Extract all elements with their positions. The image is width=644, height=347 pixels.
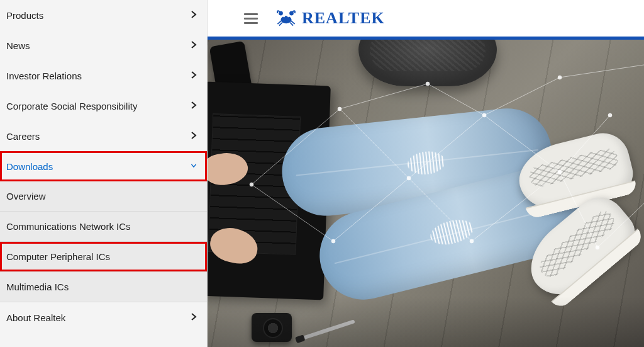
nav-label: Investor Relations bbox=[6, 71, 82, 81]
realtek-crab-icon bbox=[275, 8, 297, 29]
chevron-right-icon bbox=[191, 101, 197, 111]
chevron-down-icon bbox=[191, 161, 197, 172]
svg-point-21 bbox=[338, 107, 341, 111]
nav-item-downloads[interactable]: Downloads bbox=[0, 151, 207, 181]
nav-label: Corporate Social Responsibility bbox=[6, 101, 137, 111]
nav-subitem-communications-network-ics[interactable]: Communications Network ICs bbox=[0, 212, 207, 242]
svg-point-29 bbox=[608, 113, 612, 117]
nav-item-csr[interactable]: Corporate Social Responsibility bbox=[0, 91, 207, 121]
nav-label: Communications Network ICs bbox=[6, 221, 131, 232]
nav-label: News bbox=[6, 40, 30, 51]
brand-name: REALTEK bbox=[302, 9, 385, 28]
nav-subitem-multimedia-ics[interactable]: Multimedia ICs bbox=[0, 272, 207, 302]
chevron-right-icon bbox=[191, 312, 197, 323]
main-content: REALTEK bbox=[208, 0, 644, 347]
nav-item-about-realtek[interactable]: About Realtek bbox=[0, 302, 207, 333]
pen-prop bbox=[300, 319, 355, 341]
svg-line-7 bbox=[340, 84, 428, 109]
chevron-right-icon bbox=[191, 71, 197, 81]
nav-item-products[interactable]: Products bbox=[0, 0, 207, 30]
camera-prop bbox=[252, 313, 292, 342]
nav-label: Careers bbox=[6, 131, 40, 142]
chevron-right-icon bbox=[191, 131, 197, 142]
nav-label: Computer Peripheral ICs bbox=[6, 251, 110, 262]
svg-point-0 bbox=[281, 16, 292, 23]
svg-point-27 bbox=[558, 76, 562, 79]
nav-subitem-computer-peripheral-ics[interactable]: Computer Peripheral ICs bbox=[0, 242, 207, 272]
nav-label: Products bbox=[6, 10, 43, 21]
nav-item-news[interactable]: News bbox=[0, 30, 207, 60]
camera-pouch-prop bbox=[358, 40, 497, 86]
brand-logo[interactable]: REALTEK bbox=[275, 8, 385, 29]
top-bar: REALTEK bbox=[208, 0, 644, 37]
svg-point-3 bbox=[283, 16, 284, 17]
nav-label: Multimedia ICs bbox=[6, 282, 69, 292]
hamburger-menu-icon[interactable] bbox=[244, 11, 258, 25]
svg-point-4 bbox=[287, 16, 289, 17]
svg-line-19 bbox=[560, 65, 644, 77]
nav-label: Downloads bbox=[6, 161, 53, 172]
chevron-right-icon bbox=[191, 10, 197, 21]
sneakers-prop bbox=[498, 140, 636, 304]
nav-label: About Realtek bbox=[6, 312, 65, 323]
chevron-right-icon bbox=[191, 40, 197, 51]
sidebar-nav: Products News Investor Relations Corpora… bbox=[0, 0, 208, 347]
nav-item-investor-relations[interactable]: Investor Relations bbox=[0, 60, 207, 91]
nav-subitem-overview[interactable]: Overview bbox=[0, 181, 207, 212]
nav-item-careers[interactable]: Careers bbox=[0, 121, 207, 151]
nav-label: Overview bbox=[6, 191, 46, 202]
hero-banner-image bbox=[208, 40, 644, 347]
